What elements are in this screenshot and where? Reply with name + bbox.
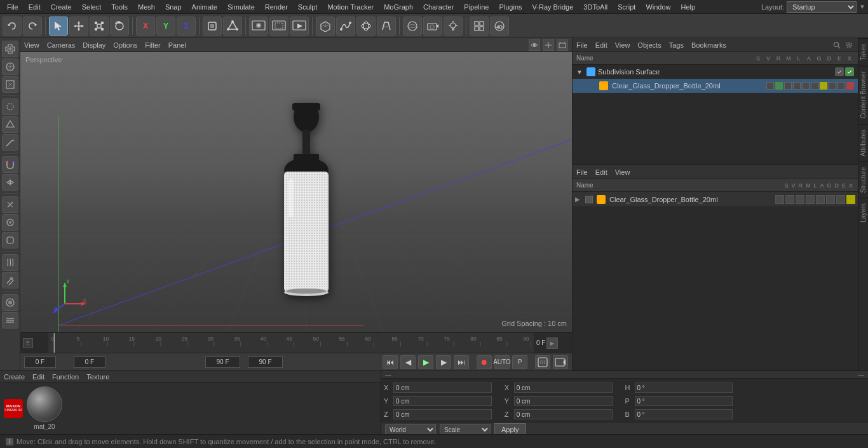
camera-button[interactable] <box>423 17 442 36</box>
attr-file-menu[interactable]: File <box>576 168 588 176</box>
render-region-button[interactable] <box>269 17 288 36</box>
attr-tab-r[interactable]: R <box>797 182 804 189</box>
attr-icon-4[interactable] <box>806 195 815 204</box>
coord-y-size-input[interactable] <box>514 396 613 406</box>
bottle-ctrl-4[interactable] <box>793 82 801 90</box>
bottle-ctrl-5[interactable] <box>802 82 810 90</box>
menu-script[interactable]: Script <box>613 2 640 12</box>
attr-icon-3[interactable] <box>796 195 804 204</box>
nurbs-button[interactable] <box>356 17 376 36</box>
frame-start-input[interactable] <box>24 356 56 368</box>
scale-mode-button[interactable] <box>2 76 18 93</box>
menu-help[interactable]: Help <box>677 2 700 12</box>
stamp-button[interactable] <box>2 214 18 231</box>
mat-edit-menu[interactable]: Edit <box>32 373 44 381</box>
attr-tab-x[interactable]: X <box>848 182 854 189</box>
menu-mesh[interactable]: Mesh <box>133 2 159 12</box>
play-button[interactable]: ▶ <box>418 355 433 369</box>
bottle-ctrl-10[interactable] <box>846 82 854 90</box>
menu-render[interactable]: Render <box>261 2 292 12</box>
axis-y-button[interactable]: Y <box>156 17 175 36</box>
render-view-button[interactable] <box>249 17 268 36</box>
bottle-ctrl-1[interactable] <box>766 82 774 90</box>
attr-tab-v[interactable]: V <box>790 182 796 189</box>
sculpt-button[interactable] <box>2 232 18 248</box>
fps-button[interactable] <box>535 355 550 369</box>
redo-button[interactable] <box>23 17 42 36</box>
obj-edit-menu[interactable]: Edit <box>595 41 607 49</box>
obj-row-subdivision[interactable]: ▼ Subdivision Surface <box>573 65 858 79</box>
menu-file[interactable]: File <box>3 2 23 12</box>
attr-tab-m[interactable]: M <box>804 182 812 189</box>
viewport-icon-3[interactable] <box>557 39 568 51</box>
viewport-view-menu[interactable]: View <box>24 41 39 49</box>
viewport-icon-1[interactable] <box>529 39 540 51</box>
polygon-pen-button[interactable] <box>2 116 18 133</box>
attr-tab-s[interactable]: S <box>783 182 789 189</box>
coord-y-pos-input[interactable] <box>393 396 492 406</box>
cube-button[interactable] <box>316 17 335 36</box>
menu-select[interactable]: Select <box>78 2 106 12</box>
undo-button[interactable] <box>3 17 22 36</box>
attr-icon-7[interactable] <box>836 195 845 204</box>
obj-row-bottle[interactable]: Clear_Glass_Dropper_Bottle_20ml <box>573 79 858 93</box>
coord-x-pos-input[interactable] <box>393 383 492 393</box>
menu-sculpt[interactable]: Sculpt <box>294 2 322 12</box>
key-select-button[interactable]: P <box>512 355 527 369</box>
bottle-ctrl-7[interactable] <box>820 82 827 90</box>
viewport-panel-menu[interactable]: Panel <box>168 41 186 49</box>
viewport-filter-menu[interactable]: Filter <box>145 41 160 49</box>
obj-tags-menu[interactable]: Tags <box>669 41 684 49</box>
attr-tab-e[interactable]: E <box>841 182 847 189</box>
vtab-takes[interactable]: Takes <box>858 38 868 65</box>
menu-plugins[interactable]: Plugins <box>494 2 526 12</box>
coord-h-rot-input[interactable] <box>635 383 733 393</box>
attr-tab-g[interactable]: G <box>825 182 832 189</box>
cinema4d-icon-button[interactable]: 4D <box>490 17 509 36</box>
menu-tools[interactable]: Tools <box>107 2 132 12</box>
expand-icon[interactable]: ▼ <box>576 69 584 76</box>
coord-p-rot-input[interactable] <box>635 396 733 406</box>
timeline-ruler[interactable]: 0 5 10 15 20 25 30 35 <box>48 333 534 353</box>
menu-edit[interactable]: Edit <box>24 2 45 12</box>
layout-dropdown[interactable]: Startup <box>787 1 857 13</box>
environment-button[interactable] <box>403 17 422 36</box>
select-tool-button[interactable] <box>49 17 68 36</box>
attr-icon-8[interactable] <box>846 195 855 204</box>
attr-view-menu[interactable]: View <box>615 168 630 176</box>
timeline-settings-button[interactable]: ≡ <box>23 338 33 348</box>
scale-tool-button[interactable] <box>90 17 109 36</box>
menu-snap[interactable]: Snap <box>161 2 186 12</box>
menu-mograph[interactable]: MoGraph <box>379 2 417 12</box>
viewport-display-menu[interactable]: Display <box>83 41 105 49</box>
bottle-ctrl-3[interactable] <box>784 82 792 90</box>
attr-object-row[interactable]: ▶ Clear_Glass_Dropper_Bottle_20ml <box>573 192 858 207</box>
attr-icon-6[interactable] <box>826 195 835 204</box>
frame-to-input[interactable] <box>205 356 240 368</box>
timeline-end-marker[interactable]: ▸ <box>546 337 558 349</box>
magnet-button[interactable] <box>2 156 18 173</box>
obj-view-menu[interactable]: View <box>615 41 630 49</box>
bottle-ctrl-9[interactable] <box>837 82 845 90</box>
bottle-ctrl-6[interactable] <box>811 82 818 90</box>
autokey-button[interactable]: AUTO <box>494 355 510 369</box>
frame-from-input[interactable] <box>74 356 105 368</box>
layers-button[interactable] <box>2 312 18 329</box>
component-mode-button[interactable] <box>223 17 242 36</box>
coord-z-size-input[interactable] <box>514 409 613 419</box>
paint-button[interactable] <box>2 272 18 288</box>
spline-button[interactable] <box>336 17 355 36</box>
menu-window[interactable]: Window <box>641 2 675 12</box>
viewport-cameras-menu[interactable]: Cameras <box>47 41 76 49</box>
vtab-structure[interactable]: Structure <box>858 161 868 198</box>
hair-button[interactable] <box>2 254 18 271</box>
rotate-mode-button[interactable] <box>2 58 18 75</box>
material-item[interactable]: mat_20 <box>27 386 62 430</box>
coord-x-size-input[interactable] <box>514 383 613 393</box>
obj-green-check-icon[interactable] <box>845 67 854 76</box>
obj-bookmarks-menu[interactable]: Bookmarks <box>691 41 726 49</box>
viewport-options-menu[interactable]: Options <box>113 41 137 49</box>
obj-objects-menu[interactable]: Objects <box>637 41 661 49</box>
obj-settings-icon[interactable] <box>844 40 854 50</box>
grid-button[interactable] <box>470 17 489 36</box>
